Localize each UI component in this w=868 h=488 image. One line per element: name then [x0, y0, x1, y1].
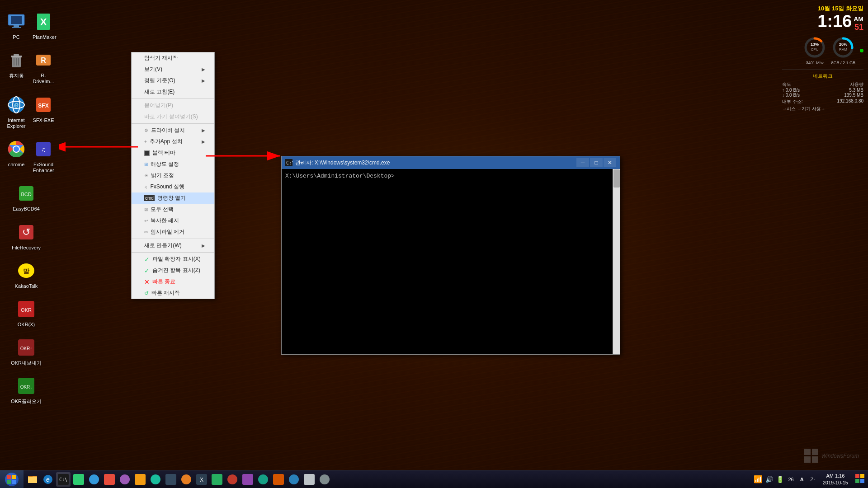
desktop-icon-okrx[interactable]: OKR OKR(X)	[4, 296, 49, 330]
desktop-icon-rdriveim[interactable]: R R-DriveIm...	[31, 47, 56, 87]
tray-ime-icon[interactable]: 가	[808, 475, 817, 484]
cmd-scrollbar[interactable]	[613, 169, 620, 354]
cmd-content: X:\Users\Administrator\Desktop>	[282, 169, 620, 354]
desktop-icon-easybcd[interactable]: BCD EasyBCD64	[4, 180, 49, 215]
ctx-driver[interactable]: ⚙ 드라이버 설치 ▶	[132, 125, 214, 136]
ctx-refresh[interactable]: 새로 고침(E)	[132, 86, 214, 98]
cmd-close-btn[interactable]: ✕	[604, 158, 616, 167]
taskbar-icon-12[interactable]	[241, 472, 255, 487]
taskbar-icon-explorer[interactable]	[25, 472, 40, 487]
ctx-brightness[interactable]: ☀ 밝기 조정	[132, 170, 214, 181]
tray-battery-icon[interactable]: 🔋	[775, 475, 784, 484]
desktop-icon-chrome[interactable]: chrome	[4, 136, 29, 176]
ctx-selectall-icon: ⊠	[144, 207, 148, 212]
taskbar-icon-7[interactable]	[164, 472, 178, 487]
tray-volume-icon[interactable]: 🔊	[764, 475, 774, 484]
cmd-titlebar[interactable]: C:\ 관리자: X:\Windows\system32\cmd.exe ─ □…	[282, 156, 620, 169]
taskbar-icon-ie[interactable]: e	[41, 472, 55, 487]
arrow-right	[206, 142, 287, 169]
svg-rect-3	[12, 27, 21, 28]
desktop-icon-pc[interactable]: PC	[4, 8, 29, 43]
desktop-icon-filerecovery[interactable]: ↺ FileRecovery	[4, 219, 49, 253]
ctx-tempclean[interactable]: ✂ 임시파일 제거	[132, 226, 214, 238]
svg-text:SFX: SFX	[38, 103, 48, 109]
taskbar-icon-10[interactable]	[210, 472, 224, 487]
taskbar-icon-4[interactable]	[118, 472, 132, 487]
taskbar-icon-16[interactable]	[302, 472, 316, 487]
taskbar-icon-9[interactable]: X	[194, 472, 209, 487]
cmd-minimize-btn[interactable]: ─	[576, 158, 589, 167]
svg-text:26%: 26%	[839, 42, 847, 47]
svg-rect-1	[11, 16, 22, 24]
ctx-undo-icon: ↩	[144, 218, 148, 223]
svg-rect-8	[14, 54, 19, 56]
desktop-icon-planmaker[interactable]: X PlanMaker	[31, 8, 58, 43]
taskbar-icon-2[interactable]	[87, 472, 101, 487]
cmd-maximize-btn[interactable]: □	[590, 158, 603, 167]
svg-text:13%: 13%	[811, 42, 819, 47]
taskbar-icon-15[interactable]	[287, 472, 301, 487]
taskbar-icon-3[interactable]	[102, 472, 117, 487]
svg-point-71	[151, 474, 160, 484]
svg-text:X: X	[40, 16, 47, 28]
taskbar-icon-17[interactable]	[317, 472, 332, 487]
taskbar-icon-5[interactable]	[133, 472, 147, 487]
taskbar-icon-14[interactable]	[271, 472, 286, 487]
ctx-black-icon	[144, 150, 150, 156]
taskbar-icon-cmd[interactable]: C:\	[56, 472, 71, 487]
svg-rect-70	[135, 474, 146, 485]
start-button[interactable]	[0, 470, 24, 488]
ctx-view[interactable]: 보기(V) ▶	[132, 64, 214, 75]
desktop-icon-recyclebin[interactable]: 휴지통	[4, 47, 29, 87]
desktop-icon-kakaotalk[interactable]: 말 KakaoTalk	[4, 257, 49, 292]
taskbar-icon-13[interactable]	[256, 472, 270, 487]
ctx-fxsound[interactable]: ♫ FxSound 실행	[132, 181, 214, 192]
ctx-black-theme[interactable]: 블랙 테마	[132, 147, 214, 159]
arrow-left	[59, 131, 138, 163]
ctx-showext[interactable]: ✓ 파일 확장자 표시(X)	[132, 253, 214, 265]
ctx-paste: 붙여넣기(P)	[132, 100, 214, 111]
taskbar-icon-8[interactable]	[179, 472, 193, 487]
desktop-icon-okrnote[interactable]: OKR↑ OKR내보내기	[4, 334, 49, 369]
cpu-gauge: 13% CPU 3401 Mhz	[803, 36, 826, 65]
desktop-icon-ie[interactable]: e Internet Explorer	[4, 91, 29, 132]
tray-network-icon[interactable]: 📶	[754, 475, 763, 484]
ctx-undo[interactable]: ↩ 복사한 레지	[132, 215, 214, 226]
ctx-addapp[interactable]: + 추가App 설치 ▶	[132, 136, 214, 147]
desktop-icon-okrplay[interactable]: OKR↓ OKR플러오기	[4, 372, 49, 407]
desktop-icon-sfxexe[interactable]: SFX SFX-EXE	[31, 91, 56, 132]
svg-point-22	[14, 146, 19, 152]
svg-rect-86	[855, 479, 859, 483]
ctx-cmd[interactable]: cmd 명령창 열기	[132, 192, 214, 204]
desktop-icon-fxsound[interactable]: ♫ FxSound Enhancer	[31, 136, 56, 176]
ctx-quickrestart[interactable]: ↺ 빠른 재시작	[132, 287, 214, 299]
tray-windows-flag[interactable]	[855, 474, 864, 485]
cmd-title-text: 관리자: X:\Windows\system32\cmd.exe	[295, 159, 390, 167]
svg-rect-53	[804, 456, 811, 463]
ctx-resolution[interactable]: ⊞ 해상도 설정	[132, 159, 214, 170]
taskbar-icon-6[interactable]	[148, 472, 163, 487]
taskbar-icon-1[interactable]	[71, 472, 86, 487]
ctx-driver-arrow: ▶	[202, 128, 205, 133]
tray-lang-icon[interactable]: A	[797, 475, 807, 484]
ctx-new-arrow: ▶	[202, 243, 205, 248]
tray-clock[interactable]: AM 1:16 2019-10-15	[819, 473, 852, 486]
ctx-sort-arrow: ▶	[202, 78, 205, 83]
scrollbar-thumb[interactable]	[613, 169, 620, 188]
taskbar-icon-11[interactable]	[225, 472, 240, 487]
ctx-selectall[interactable]: ⊠ 모두 선택	[132, 204, 214, 215]
windows-logo-watermark	[804, 449, 819, 463]
windows-flag-icon	[7, 475, 16, 484]
ctx-new[interactable]: 새로 만들기(W) ▶	[132, 240, 214, 251]
svg-rect-68	[104, 474, 115, 485]
ctx-quickexit[interactable]: ✕ 빠른 종료	[132, 276, 214, 287]
ctx-sort[interactable]: 정렬 기준(O) ▶	[132, 75, 214, 86]
ctx-tempclean-icon: ✂	[144, 230, 148, 235]
ctx-refresh-explorer[interactable]: 탐색기 재시작	[132, 52, 214, 64]
cpu-ram-row: 13% CPU 3401 Mhz 26% RAM	[782, 36, 863, 65]
windows-forum-watermark: WindowsForum	[804, 449, 859, 463]
download-icon: ↓ 0.0 B/s	[782, 93, 800, 98]
svg-rect-66	[73, 474, 84, 485]
ctx-showhidden[interactable]: ✓ 숨겨진 항목 표시(Z)	[132, 265, 214, 276]
svg-text:말: 말	[23, 267, 30, 275]
